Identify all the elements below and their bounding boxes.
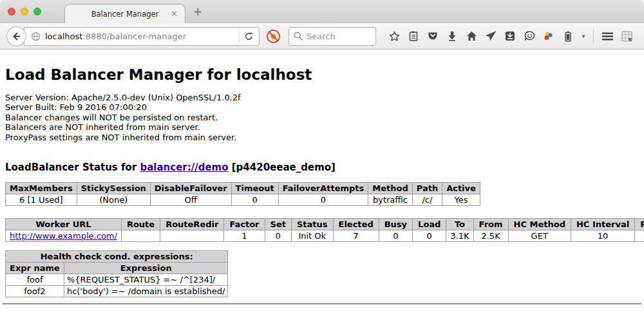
status-suffix: [p4420eeae_demo] <box>229 162 336 173</box>
tab-balancer-manager[interactable]: Balancer Manager × <box>64 4 185 23</box>
health-row-foof: foof %{REQUEST_STATUS} =~ /^[234]/ <box>6 274 228 286</box>
cell-factor: 1 <box>224 230 265 242</box>
worker-table: Worker URL Route RouteRedir Factor Set S… <box>5 218 644 242</box>
bottom-rule <box>3 303 641 304</box>
cell-expr-name: foof2 <box>6 286 64 297</box>
cell-expr-name: foof <box>6 274 64 286</box>
page-title: Load Balancer Manager for localhost <box>5 50 639 83</box>
col-factor: Factor <box>224 219 265 230</box>
health-row-foof2: foof2 hc('body') =~ /domain is establish… <box>6 286 228 297</box>
cell-expression: %{REQUEST_STATUS} =~ /^[234]/ <box>64 274 228 286</box>
addon-dots-icon[interactable] <box>539 26 558 46</box>
col-expr-name: Expr name <box>6 263 64 274</box>
zoom-window-button[interactable] <box>33 8 41 15</box>
col-to: To <box>446 219 473 230</box>
col-from: From <box>473 219 508 230</box>
cell-worker-url: http://www.example.com/ <box>6 230 122 242</box>
back-icon <box>12 32 21 41</box>
server-version-line: Server Version: Apache/2.5.0-dev (Unix) … <box>5 93 639 102</box>
search-bar[interactable] <box>289 27 376 46</box>
col-busy: Busy <box>379 219 412 230</box>
col-timeout: Timeout <box>231 183 278 194</box>
cell-to: 3.1K <box>446 230 473 242</box>
cell-status: Init Ok <box>291 230 333 242</box>
cell-routeredir <box>160 230 224 242</box>
search-input[interactable] <box>307 32 368 41</box>
send-tab-icon[interactable] <box>481 26 500 46</box>
col-route: Route <box>121 219 160 230</box>
emoji-chat-icon[interactable] <box>520 26 539 46</box>
balancer-data-row: 6 [1 Used] (None) Off 0 0 bytraffic /c/ … <box>6 194 480 206</box>
battery-addon-icon[interactable] <box>558 26 578 46</box>
col-disablefailover: DisableFailover <box>150 183 231 194</box>
navigation-toolbar: localhost:8880/balancer-manager <box>0 23 644 50</box>
cell-disablefailover: Off <box>150 194 231 206</box>
bookmark-star-icon[interactable] <box>384 26 404 46</box>
url-bar[interactable]: localhost:8880/balancer-manager <box>24 27 260 46</box>
addon-download-icon[interactable] <box>500 26 520 46</box>
cell-elected: 7 <box>333 230 379 242</box>
health-header-row: Expr name Expression <box>6 263 228 274</box>
cell-timeout: 0 <box>231 194 278 206</box>
server-info: Server Version: Apache/2.5.0-dev (Unix) … <box>5 93 639 142</box>
col-hc-interval: HC Interval <box>571 219 634 230</box>
cell-load: 0 <box>413 230 446 242</box>
col-set: Set <box>265 219 291 230</box>
close-window-button[interactable] <box>8 8 15 15</box>
tab-title: Balancer Manager <box>91 10 159 19</box>
cell-stickysession: (None) <box>77 194 150 206</box>
cell-path: /c/ <box>412 194 442 206</box>
balancers-warning-line: Balancers are NOT inherited from main se… <box>5 122 639 132</box>
tab-close-icon[interactable]: × <box>171 9 178 17</box>
col-routeredir: RouteRedir <box>160 219 224 230</box>
block-plugin-icon[interactable] <box>266 29 281 44</box>
minimize-window-button[interactable] <box>21 8 28 15</box>
server-built-line: Server Built: Feb 9 2016 07:00:20 <box>5 102 639 112</box>
window-controls <box>8 8 41 15</box>
reading-list-icon[interactable] <box>404 26 423 46</box>
downloads-icon[interactable] <box>442 26 462 46</box>
cell-route <box>121 230 160 242</box>
cell-method: bytraffic <box>368 194 412 206</box>
col-maxmembers: MaxMembers <box>6 183 77 194</box>
globe-icon <box>31 32 41 41</box>
health-title-row: Health check cond. expressions: <box>6 251 228 263</box>
col-passes: Passes <box>635 219 644 230</box>
col-failoverattempts: FailoverAttempts <box>278 183 368 194</box>
col-active: Active <box>442 183 480 194</box>
col-method: Method <box>368 183 412 194</box>
cell-hc-method: GET <box>508 230 571 242</box>
worker-header-row: Worker URL Route RouteRedir Factor Set S… <box>6 219 644 230</box>
page-content: Load Balancer Manager for localhost Serv… <box>0 50 644 304</box>
back-button[interactable] <box>6 26 26 46</box>
worker-data-row: http://www.example.com/ 1 0 Init Ok 7 0 … <box>6 230 644 242</box>
proxypass-warning-line: ProxyPass settings are NOT inherited fro… <box>5 133 639 142</box>
cell-hc-interval: 10 <box>571 230 634 242</box>
toolbar-divider <box>593 30 594 42</box>
col-expression: Expression <box>64 263 228 274</box>
browser-window: Balancer Manager × + localhost:8880/bala… <box>0 0 644 316</box>
loadbalancer-status-heading: LoadBalancer Status for balancer://demo … <box>5 162 639 173</box>
worker-url-link[interactable]: http://www.example.com/ <box>10 231 117 241</box>
status-prefix: LoadBalancer Status for <box>5 162 140 173</box>
tab-preview-icon[interactable] <box>617 26 636 46</box>
col-worker-url: Worker URL <box>6 219 122 230</box>
url-text: localhost:8880/balancer-manager <box>45 32 234 41</box>
reload-button[interactable] <box>244 32 254 41</box>
url-path: :8880/balancer-manager <box>82 32 186 41</box>
new-tab-button[interactable]: + <box>193 5 202 18</box>
menu-icon[interactable] <box>598 26 617 46</box>
pocket-icon[interactable] <box>423 26 442 46</box>
balancer-settings-table: MaxMembers StickySession DisableFailover… <box>5 182 480 206</box>
url-domain: localhost <box>45 32 82 41</box>
col-path: Path <box>412 183 442 194</box>
overflow-caret-icon[interactable]: ▾ <box>578 26 589 46</box>
tab-bar: Balancer Manager × + <box>0 0 644 23</box>
search-icon <box>294 32 303 41</box>
cell-passes: 1 (0) <box>635 230 644 242</box>
toolbar-buttons: ▾ <box>384 26 636 46</box>
urlbar-divider <box>239 30 240 42</box>
home-icon[interactable] <box>462 26 481 46</box>
balancer-demo-link[interactable]: balancer://demo <box>140 162 228 173</box>
cell-maxmembers: 6 [1 Used] <box>6 194 77 206</box>
